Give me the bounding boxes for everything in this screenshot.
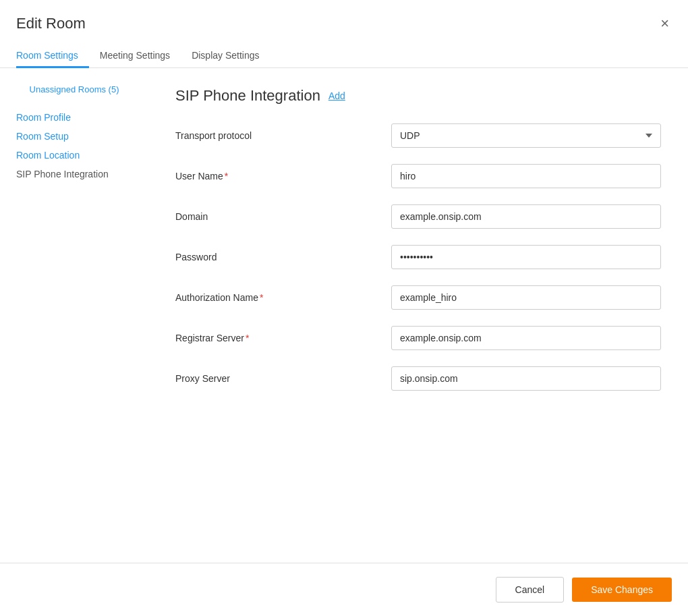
edit-room-modal: Edit Room × Room Settings Meeting Settin…	[0, 0, 688, 616]
tab-meeting-settings[interactable]: Meeting Settings	[89, 45, 181, 68]
auth-name-label: Authorization Name*	[175, 285, 378, 303]
registrar-server-input[interactable]	[391, 326, 661, 350]
domain-label: Domain	[175, 204, 378, 222]
registrar-server-wrapper	[391, 326, 661, 350]
registrar-server-row: Registrar Server*	[175, 326, 661, 350]
user-name-required: *	[225, 171, 228, 181]
sidebar-item-room-setup[interactable]: Room Setup	[16, 127, 132, 146]
close-button[interactable]: ×	[658, 13, 672, 34]
modal-header: Edit Room ×	[0, 0, 688, 34]
tab-bar: Room Settings Meeting Settings Display S…	[0, 34, 688, 68]
domain-row: Domain	[175, 204, 661, 229]
tab-room-settings[interactable]: Room Settings	[16, 45, 89, 68]
user-name-input[interactable]	[391, 164, 661, 188]
tab-display-settings[interactable]: Display Settings	[181, 45, 270, 68]
password-label: Password	[175, 245, 378, 262]
user-name-row: User Name*	[175, 164, 661, 188]
domain-input[interactable]	[391, 204, 661, 229]
transport-protocol-row: Transport protocol UDP TCP TLS	[175, 123, 661, 148]
sidebar: Unassigned Rooms (5) Room Profile Room S…	[0, 74, 148, 563]
password-wrapper	[391, 245, 661, 269]
sidebar-subtitle: Unassigned Rooms (5)	[16, 84, 132, 94]
modal-title: Edit Room	[16, 15, 86, 32]
auth-name-input[interactable]	[391, 285, 661, 310]
password-row: Password	[175, 245, 661, 269]
save-button[interactable]: Save Changes	[572, 578, 672, 602]
sidebar-item-room-profile[interactable]: Room Profile	[16, 108, 132, 127]
transport-protocol-label: Transport protocol	[175, 123, 378, 141]
proxy-server-label: Proxy Server	[175, 366, 378, 384]
registrar-server-label: Registrar Server*	[175, 326, 378, 343]
registrar-server-required: *	[246, 333, 249, 343]
domain-wrapper	[391, 204, 661, 229]
main-content: SIP Phone Integration Add Transport prot…	[148, 74, 688, 563]
cancel-button[interactable]: Cancel	[496, 577, 565, 603]
proxy-server-row: Proxy Server	[175, 366, 661, 391]
auth-name-row: Authorization Name*	[175, 285, 661, 310]
user-name-label: User Name*	[175, 164, 378, 181]
transport-protocol-select[interactable]: UDP TCP TLS	[391, 123, 661, 148]
auth-name-wrapper	[391, 285, 661, 310]
sidebar-item-sip-phone: SIP Phone Integration	[16, 165, 132, 184]
auth-name-required: *	[260, 292, 263, 303]
proxy-server-input[interactable]	[391, 366, 661, 391]
modal-footer: Cancel Save Changes	[0, 563, 688, 616]
section-title: SIP Phone Integration	[175, 87, 320, 105]
sidebar-item-room-location[interactable]: Room Location	[16, 146, 132, 165]
password-input[interactable]	[391, 245, 661, 269]
transport-protocol-wrapper: UDP TCP TLS	[391, 123, 661, 148]
add-link[interactable]: Add	[328, 90, 345, 101]
content-area: Unassigned Rooms (5) Room Profile Room S…	[0, 68, 688, 563]
proxy-server-wrapper	[391, 366, 661, 391]
section-header: SIP Phone Integration Add	[175, 87, 661, 105]
user-name-wrapper	[391, 164, 661, 188]
